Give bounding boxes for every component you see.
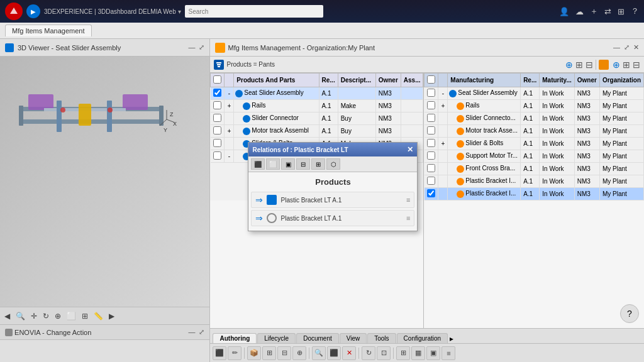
- mfg-row-checkbox[interactable]: [425, 125, 438, 138]
- help-bubble[interactable]: ?: [620, 304, 639, 323]
- measure-icon[interactable]: 📏: [92, 311, 105, 321]
- tb-btn-13[interactable]: ▦: [411, 346, 425, 360]
- col-mfg-org[interactable]: Organization: [599, 74, 643, 87]
- mfg-row-expand[interactable]: +: [438, 100, 448, 112]
- tab-view[interactable]: View: [340, 333, 367, 343]
- row-expand[interactable]: [225, 112, 234, 125]
- col-mfg-owner[interactable]: Owner: [574, 74, 599, 87]
- tb-btn-9[interactable]: ✕: [342, 346, 356, 360]
- row-checkbox[interactable]: [211, 112, 225, 125]
- help-icon[interactable]: ？: [631, 6, 639, 17]
- dialog-menu-2[interactable]: ≡: [406, 214, 410, 222]
- tb-btn-7[interactable]: 🔍: [312, 346, 326, 360]
- tb-btn-14[interactable]: ▣: [426, 346, 440, 360]
- mfg-row-checkbox[interactable]: [425, 138, 438, 150]
- dialog-tool-3[interactable]: ▣: [281, 158, 295, 170]
- tb-btn-15[interactable]: ≡: [441, 346, 455, 360]
- add-product-icon[interactable]: ⊕: [565, 60, 573, 70]
- row-expand[interactable]: +: [225, 125, 234, 138]
- tab-configuration[interactable]: Configuration: [397, 333, 448, 343]
- nav-next[interactable]: ▶: [107, 311, 116, 321]
- tab-lifecycle[interactable]: Lifecycle: [257, 333, 296, 343]
- tb-btn-1[interactable]: ⬛: [213, 346, 226, 360]
- row-expand[interactable]: -: [225, 87, 234, 100]
- mfg-row-expand[interactable]: [438, 188, 448, 200]
- mfg-icon-2[interactable]: ⊞: [623, 60, 630, 70]
- more-tabs-icon[interactable]: ▸: [450, 334, 453, 343]
- dialog-row-1[interactable]: ⇒ Plastic Bracket LT A.1 ≡: [251, 192, 414, 208]
- row-expand[interactable]: -: [225, 150, 234, 163]
- 3d-viewport[interactable]: Z X Y: [0, 57, 209, 307]
- row-expand[interactable]: [225, 138, 234, 150]
- mfg-row-expand[interactable]: +: [438, 138, 448, 150]
- mfg-icon-3[interactable]: ⊟: [633, 60, 640, 70]
- mfg-row-expand[interactable]: [438, 112, 448, 125]
- mfg-row-3[interactable]: Motor track Asse... A.1 In Work NM3 My P…: [425, 125, 644, 138]
- tb-btn-5[interactable]: ⊟: [277, 346, 291, 360]
- mfg-row-expand[interactable]: -: [438, 87, 448, 100]
- products-row-0[interactable]: - Seat Slider Assembly A.1 NM3: [211, 87, 423, 100]
- dialog-row-2[interactable]: ⇒ Plastic Bracket LT A.1 ≡: [251, 210, 414, 226]
- mfg-row-4[interactable]: + Slider & Bolts A.1 In Work NM3 My Plan…: [425, 138, 644, 150]
- mfg-row-2[interactable]: Slider Connecto... A.1 In Work NM3 My Pl…: [425, 112, 644, 125]
- table-icon-3[interactable]: ⊟: [586, 60, 593, 70]
- plus-icon[interactable]: ＋: [590, 6, 598, 17]
- cloud-icon[interactable]: ☁: [575, 7, 584, 16]
- mfg-row-checkbox[interactable]: [425, 163, 438, 175]
- tab-authoring[interactable]: Authoring: [213, 333, 257, 343]
- mfg-row-checkbox[interactable]: [425, 188, 438, 200]
- tb-btn-10[interactable]: ↻: [362, 346, 375, 360]
- person-icon[interactable]: 👤: [559, 7, 569, 16]
- mfg-close[interactable]: ✕: [633, 43, 639, 52]
- col-mfg-name[interactable]: Manufacturing: [448, 74, 521, 87]
- mfg-row-checkbox[interactable]: [425, 112, 438, 125]
- row-checkbox[interactable]: [211, 138, 225, 150]
- row-checkbox[interactable]: [211, 150, 225, 163]
- tab-tools[interactable]: Tools: [367, 333, 396, 343]
- products-row-1[interactable]: + Rails A.1 Make NM3: [211, 100, 423, 112]
- viewer-minimize[interactable]: —: [188, 43, 195, 52]
- col-mfg-maturity[interactable]: Maturity...: [540, 74, 574, 87]
- col-products-ass[interactable]: Ass...: [401, 74, 423, 87]
- dialog-menu-1[interactable]: ≡: [406, 196, 410, 204]
- col-products-name[interactable]: Products And Parts: [234, 74, 319, 87]
- mfg-table-scroll[interactable]: Manufacturing Re... Maturity... Owner Or…: [424, 73, 644, 200]
- mfg-row-1[interactable]: + Rails A.1 In Work NM3 My Plant: [425, 100, 644, 112]
- dialog-tool-1[interactable]: ⬛: [251, 158, 265, 170]
- products-row-3[interactable]: + Motor track Assembl A.1 Buy NM3: [211, 125, 423, 138]
- row-checkbox[interactable]: [211, 125, 225, 138]
- row-expand[interactable]: +: [225, 100, 234, 112]
- grid-icon[interactable]: ⊞: [618, 7, 625, 16]
- play-button[interactable]: ▶: [26, 4, 40, 18]
- mfg-row-expand[interactable]: [438, 150, 448, 163]
- change-minimize[interactable]: —: [188, 328, 195, 336]
- products-row-2[interactable]: Slider Connector A.1 Buy NM3: [211, 112, 423, 125]
- col-products-owner[interactable]: Owner: [375, 74, 401, 87]
- tb-btn-2[interactable]: ✏: [228, 346, 242, 360]
- zoom-region-icon[interactable]: ⊕: [53, 311, 63, 321]
- col-mfg-rev[interactable]: Re...: [521, 74, 540, 87]
- dialog-close-button[interactable]: ✕: [407, 145, 413, 154]
- search-input[interactable]: [185, 5, 323, 18]
- zoom-icon[interactable]: 🔍: [14, 311, 27, 321]
- tb-btn-6[interactable]: ⊕: [292, 346, 306, 360]
- viewer-expand[interactable]: ⤢: [199, 43, 204, 52]
- dialog-tool-5[interactable]: ⊞: [311, 158, 325, 170]
- nav-prev[interactable]: ◀: [3, 311, 12, 321]
- mfg-minimize[interactable]: —: [613, 43, 620, 52]
- mfg-row-checkbox[interactable]: [425, 87, 438, 100]
- row-checkbox[interactable]: [211, 100, 225, 112]
- add-mfg-icon[interactable]: ⊕: [613, 60, 620, 70]
- col-products-desc[interactable]: Descript...: [338, 74, 375, 87]
- tb-btn-4[interactable]: ⊞: [262, 346, 276, 360]
- dialog-tool-4[interactable]: ⊟: [296, 158, 310, 170]
- section-icon[interactable]: ⊞: [80, 311, 90, 321]
- mfg-row-checkbox[interactable]: [425, 100, 438, 112]
- mfg-row-checkbox[interactable]: [425, 175, 438, 188]
- mfg-row-0[interactable]: - Seat Slider Assembly A.1 In Work NM3 M…: [425, 87, 644, 100]
- dialog-tool-6[interactable]: ⬡: [326, 158, 340, 170]
- select-all-mfg[interactable]: [427, 75, 435, 84]
- pan-icon[interactable]: ✛: [29, 311, 39, 321]
- dialog-tool-2[interactable]: ⬜: [266, 158, 280, 170]
- tb-btn-12[interactable]: ⊞: [396, 346, 410, 360]
